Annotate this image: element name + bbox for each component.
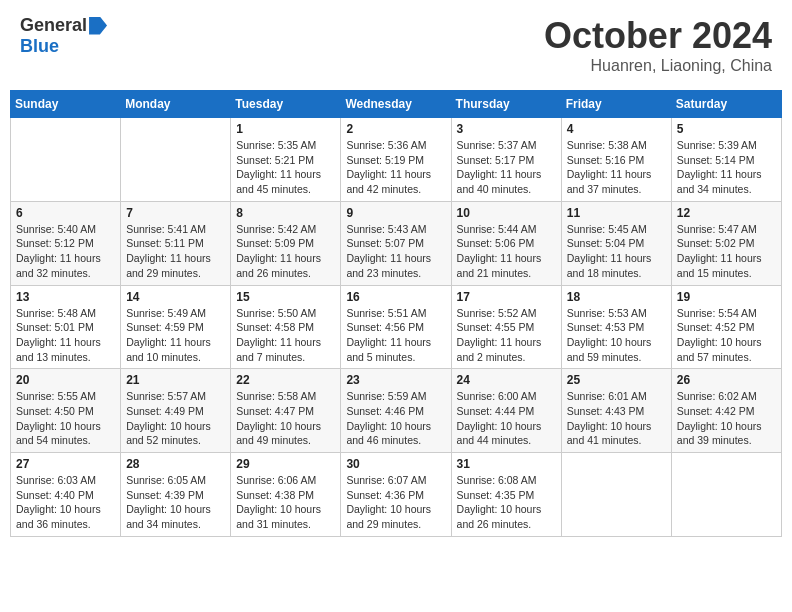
day-info: Sunrise: 5:39 AMSunset: 5:14 PMDaylight:… xyxy=(677,138,776,197)
day-number: 13 xyxy=(16,290,115,304)
calendar-cell: 31Sunrise: 6:08 AMSunset: 4:35 PMDayligh… xyxy=(451,453,561,537)
logo: General Blue xyxy=(20,15,107,57)
calendar-cell xyxy=(671,453,781,537)
day-number: 31 xyxy=(457,457,556,471)
day-info: Sunrise: 5:48 AMSunset: 5:01 PMDaylight:… xyxy=(16,306,115,365)
day-number: 24 xyxy=(457,373,556,387)
header-day-friday: Friday xyxy=(561,91,671,118)
calendar-cell: 24Sunrise: 6:00 AMSunset: 4:44 PMDayligh… xyxy=(451,369,561,453)
header-day-saturday: Saturday xyxy=(671,91,781,118)
day-number: 11 xyxy=(567,206,666,220)
day-info: Sunrise: 6:08 AMSunset: 4:35 PMDaylight:… xyxy=(457,473,556,532)
calendar-cell: 25Sunrise: 6:01 AMSunset: 4:43 PMDayligh… xyxy=(561,369,671,453)
day-number: 23 xyxy=(346,373,445,387)
day-info: Sunrise: 5:35 AMSunset: 5:21 PMDaylight:… xyxy=(236,138,335,197)
day-info: Sunrise: 5:44 AMSunset: 5:06 PMDaylight:… xyxy=(457,222,556,281)
day-number: 2 xyxy=(346,122,445,136)
calendar-cell xyxy=(121,118,231,202)
header-day-thursday: Thursday xyxy=(451,91,561,118)
calendar-cell: 20Sunrise: 5:55 AMSunset: 4:50 PMDayligh… xyxy=(11,369,121,453)
day-number: 16 xyxy=(346,290,445,304)
day-number: 9 xyxy=(346,206,445,220)
day-number: 18 xyxy=(567,290,666,304)
title-area: October 2024 Huanren, Liaoning, China xyxy=(544,15,772,75)
calendar-cell xyxy=(561,453,671,537)
day-info: Sunrise: 5:50 AMSunset: 4:58 PMDaylight:… xyxy=(236,306,335,365)
calendar-cell: 5Sunrise: 5:39 AMSunset: 5:14 PMDaylight… xyxy=(671,118,781,202)
calendar-cell: 27Sunrise: 6:03 AMSunset: 4:40 PMDayligh… xyxy=(11,453,121,537)
day-info: Sunrise: 5:55 AMSunset: 4:50 PMDaylight:… xyxy=(16,389,115,448)
day-info: Sunrise: 6:02 AMSunset: 4:42 PMDaylight:… xyxy=(677,389,776,448)
day-info: Sunrise: 5:47 AMSunset: 5:02 PMDaylight:… xyxy=(677,222,776,281)
calendar-cell xyxy=(11,118,121,202)
calendar-cell: 26Sunrise: 6:02 AMSunset: 4:42 PMDayligh… xyxy=(671,369,781,453)
day-number: 28 xyxy=(126,457,225,471)
header-row: SundayMondayTuesdayWednesdayThursdayFrid… xyxy=(11,91,782,118)
calendar-cell: 19Sunrise: 5:54 AMSunset: 4:52 PMDayligh… xyxy=(671,285,781,369)
calendar-cell: 23Sunrise: 5:59 AMSunset: 4:46 PMDayligh… xyxy=(341,369,451,453)
day-info: Sunrise: 5:37 AMSunset: 5:17 PMDaylight:… xyxy=(457,138,556,197)
day-info: Sunrise: 6:07 AMSunset: 4:36 PMDaylight:… xyxy=(346,473,445,532)
calendar-body: 1Sunrise: 5:35 AMSunset: 5:21 PMDaylight… xyxy=(11,118,782,537)
day-info: Sunrise: 5:36 AMSunset: 5:19 PMDaylight:… xyxy=(346,138,445,197)
logo-general-text: General xyxy=(20,15,87,36)
day-number: 6 xyxy=(16,206,115,220)
calendar-cell: 7Sunrise: 5:41 AMSunset: 5:11 PMDaylight… xyxy=(121,201,231,285)
day-info: Sunrise: 5:54 AMSunset: 4:52 PMDaylight:… xyxy=(677,306,776,365)
calendar-cell: 10Sunrise: 5:44 AMSunset: 5:06 PMDayligh… xyxy=(451,201,561,285)
day-number: 27 xyxy=(16,457,115,471)
day-info: Sunrise: 5:45 AMSunset: 5:04 PMDaylight:… xyxy=(567,222,666,281)
location-title: Huanren, Liaoning, China xyxy=(544,57,772,75)
day-info: Sunrise: 6:01 AMSunset: 4:43 PMDaylight:… xyxy=(567,389,666,448)
day-number: 4 xyxy=(567,122,666,136)
calendar-cell: 17Sunrise: 5:52 AMSunset: 4:55 PMDayligh… xyxy=(451,285,561,369)
calendar-cell: 6Sunrise: 5:40 AMSunset: 5:12 PMDaylight… xyxy=(11,201,121,285)
day-info: Sunrise: 6:06 AMSunset: 4:38 PMDaylight:… xyxy=(236,473,335,532)
calendar-cell: 15Sunrise: 5:50 AMSunset: 4:58 PMDayligh… xyxy=(231,285,341,369)
logo-icon xyxy=(89,17,107,35)
header-day-monday: Monday xyxy=(121,91,231,118)
calendar-cell: 28Sunrise: 6:05 AMSunset: 4:39 PMDayligh… xyxy=(121,453,231,537)
day-number: 29 xyxy=(236,457,335,471)
week-row-2: 6Sunrise: 5:40 AMSunset: 5:12 PMDaylight… xyxy=(11,201,782,285)
logo-blue-text: Blue xyxy=(20,36,59,57)
calendar-cell: 16Sunrise: 5:51 AMSunset: 4:56 PMDayligh… xyxy=(341,285,451,369)
day-number: 5 xyxy=(677,122,776,136)
calendar-cell: 21Sunrise: 5:57 AMSunset: 4:49 PMDayligh… xyxy=(121,369,231,453)
header-day-sunday: Sunday xyxy=(11,91,121,118)
day-info: Sunrise: 6:00 AMSunset: 4:44 PMDaylight:… xyxy=(457,389,556,448)
day-info: Sunrise: 5:53 AMSunset: 4:53 PMDaylight:… xyxy=(567,306,666,365)
day-info: Sunrise: 5:41 AMSunset: 5:11 PMDaylight:… xyxy=(126,222,225,281)
week-row-4: 20Sunrise: 5:55 AMSunset: 4:50 PMDayligh… xyxy=(11,369,782,453)
calendar-cell: 14Sunrise: 5:49 AMSunset: 4:59 PMDayligh… xyxy=(121,285,231,369)
day-info: Sunrise: 6:03 AMSunset: 4:40 PMDaylight:… xyxy=(16,473,115,532)
day-number: 19 xyxy=(677,290,776,304)
day-info: Sunrise: 5:43 AMSunset: 5:07 PMDaylight:… xyxy=(346,222,445,281)
day-number: 25 xyxy=(567,373,666,387)
calendar-cell: 22Sunrise: 5:58 AMSunset: 4:47 PMDayligh… xyxy=(231,369,341,453)
calendar-cell: 4Sunrise: 5:38 AMSunset: 5:16 PMDaylight… xyxy=(561,118,671,202)
day-number: 20 xyxy=(16,373,115,387)
week-row-5: 27Sunrise: 6:03 AMSunset: 4:40 PMDayligh… xyxy=(11,453,782,537)
calendar-cell: 2Sunrise: 5:36 AMSunset: 5:19 PMDaylight… xyxy=(341,118,451,202)
day-info: Sunrise: 6:05 AMSunset: 4:39 PMDaylight:… xyxy=(126,473,225,532)
calendar-cell: 3Sunrise: 5:37 AMSunset: 5:17 PMDaylight… xyxy=(451,118,561,202)
calendar-cell: 9Sunrise: 5:43 AMSunset: 5:07 PMDaylight… xyxy=(341,201,451,285)
day-info: Sunrise: 5:51 AMSunset: 4:56 PMDaylight:… xyxy=(346,306,445,365)
day-info: Sunrise: 5:40 AMSunset: 5:12 PMDaylight:… xyxy=(16,222,115,281)
calendar-cell: 1Sunrise: 5:35 AMSunset: 5:21 PMDaylight… xyxy=(231,118,341,202)
calendar-cell: 29Sunrise: 6:06 AMSunset: 4:38 PMDayligh… xyxy=(231,453,341,537)
calendar-cell: 11Sunrise: 5:45 AMSunset: 5:04 PMDayligh… xyxy=(561,201,671,285)
week-row-3: 13Sunrise: 5:48 AMSunset: 5:01 PMDayligh… xyxy=(11,285,782,369)
day-number: 8 xyxy=(236,206,335,220)
week-row-1: 1Sunrise: 5:35 AMSunset: 5:21 PMDaylight… xyxy=(11,118,782,202)
day-number: 22 xyxy=(236,373,335,387)
day-number: 21 xyxy=(126,373,225,387)
day-number: 1 xyxy=(236,122,335,136)
page-header: General Blue October 2024 Huanren, Liaon… xyxy=(10,10,782,80)
month-title: October 2024 xyxy=(544,15,772,57)
day-number: 3 xyxy=(457,122,556,136)
calendar-header: SundayMondayTuesdayWednesdayThursdayFrid… xyxy=(11,91,782,118)
calendar-cell: 13Sunrise: 5:48 AMSunset: 5:01 PMDayligh… xyxy=(11,285,121,369)
day-number: 26 xyxy=(677,373,776,387)
